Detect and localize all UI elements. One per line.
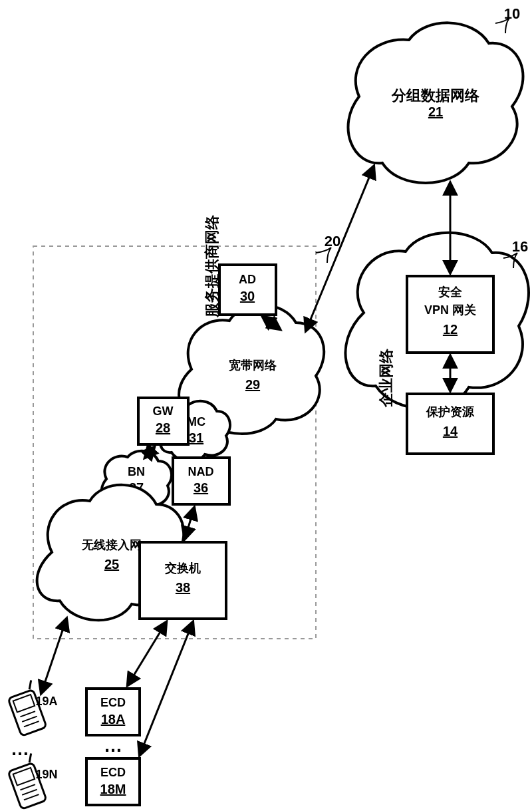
vpn-line2: VPN 网关 <box>424 303 476 317</box>
ecd-m-box: ECD 18M <box>86 758 140 805</box>
svg-line-13 <box>27 680 34 689</box>
switch-box: 交换机 38 <box>140 542 226 619</box>
sp-callout-tick <box>316 247 331 263</box>
bb-label: 宽带网络 <box>229 359 277 372</box>
ecd-a-box: ECD 18A <box>86 689 140 735</box>
network-diagram: 服务提供商网络 20 10 分组数据网络 21 企业网络 16 安全 VPN 网… <box>0 0 532 811</box>
ecd-m-label: ECD <box>100 766 126 779</box>
pdn-label: 分组数据网络 <box>391 87 480 104</box>
sp-network-label: 服务提供商网络 <box>203 214 220 318</box>
bn-label: BN <box>128 465 145 478</box>
arrow-dev-ran <box>41 619 66 693</box>
gw-ref: 28 <box>156 420 170 435</box>
bb-ref: 29 <box>245 377 260 392</box>
nad-label: NAD <box>188 465 214 478</box>
switch-ref: 38 <box>176 580 190 595</box>
ecd-dots: … <box>104 735 122 756</box>
vpn-line1: 安全 <box>438 285 463 299</box>
ad-ref: 30 <box>240 289 255 303</box>
mc-label: MC <box>187 415 205 428</box>
dev-19a-label: 19A <box>35 695 57 708</box>
gw-label: GW <box>153 405 174 418</box>
enterprise-label: 企业网络 <box>378 348 394 408</box>
mc-ref: 31 <box>189 430 203 445</box>
nad-ref: 36 <box>194 480 208 495</box>
ecd-a-ref: 18A <box>101 712 126 727</box>
packet-data-network-cloud: 分组数据网络 21 <box>348 23 523 183</box>
switch-label: 交换机 <box>164 562 201 575</box>
arrow-nad-switch <box>185 508 194 539</box>
enterprise-callout: 16 <box>512 238 528 255</box>
dev-dots: … <box>11 738 29 759</box>
vpn-ref: 12 <box>443 322 458 337</box>
ran-ref: 25 <box>104 557 119 571</box>
pr-ref: 14 <box>443 424 458 438</box>
nad-box: NAD 36 <box>173 458 229 504</box>
arrow-switch-ecdm <box>140 622 193 755</box>
ecd-m-ref: 18M <box>100 782 126 796</box>
device-19n: 19N <box>5 753 57 809</box>
protected-resources-box: 保护资源 14 <box>407 394 493 454</box>
device-19a: 19A <box>5 680 57 736</box>
gw-box: GW 28 <box>138 398 188 444</box>
ad-box: AD 30 <box>219 265 276 315</box>
ad-label: AD <box>239 273 256 286</box>
pdn-ref: 21 <box>428 104 443 119</box>
system-callout: 10 <box>504 5 520 22</box>
ecd-a-label: ECD <box>100 696 126 709</box>
ran-label: 无线接入网 <box>81 538 142 552</box>
vpn-gateway-box: 安全 VPN 网关 12 <box>407 276 493 353</box>
arrow-switch-ecda <box>128 622 166 685</box>
dev-19n-label: 19N <box>35 768 57 781</box>
pr-label: 保护资源 <box>426 405 475 418</box>
sp-callout: 20 <box>325 233 340 249</box>
